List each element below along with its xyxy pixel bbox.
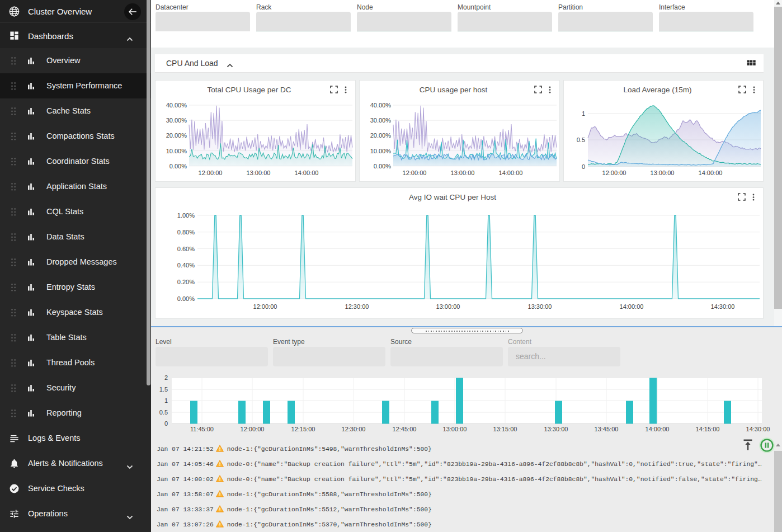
svg-text:14:00:00: 14:00:00 xyxy=(620,303,644,310)
svg-text:13:00:00: 13:00:00 xyxy=(451,170,475,176)
svg-text:12:00:00: 12:00:00 xyxy=(241,426,265,432)
svg-text:1: 1 xyxy=(164,397,168,404)
svg-text:0.5: 0.5 xyxy=(577,136,585,143)
svg-text:13:30:00: 13:30:00 xyxy=(544,426,568,432)
svg-text:14:00:00: 14:00:00 xyxy=(295,170,319,176)
svg-text:1.5: 1.5 xyxy=(159,386,168,393)
svg-text:14:00:00: 14:00:00 xyxy=(499,170,523,176)
svg-text:12:00:00: 12:00:00 xyxy=(199,170,223,176)
svg-text:0.5: 0.5 xyxy=(159,409,168,416)
svg-text:1.00%: 1.00% xyxy=(177,212,195,219)
svg-text:12:30:00: 12:30:00 xyxy=(345,303,369,310)
svg-text:12:45:00: 12:45:00 xyxy=(393,426,417,432)
svg-text:Total CPU Usage per DC: Total CPU Usage per DC xyxy=(207,86,291,94)
svg-text:14:00:00: 14:00:00 xyxy=(646,426,670,432)
svg-text:12:00:00: 12:00:00 xyxy=(253,303,277,310)
svg-text:11:45:00: 11:45:00 xyxy=(190,426,214,432)
svg-text:Load Average (15m): Load Average (15m) xyxy=(623,86,691,94)
svg-text:13:00:00: 13:00:00 xyxy=(651,170,675,176)
svg-text:1: 1 xyxy=(582,110,585,117)
svg-text:14:15:00: 14:15:00 xyxy=(696,426,720,432)
svg-text:0: 0 xyxy=(582,163,585,170)
svg-text:12:30:00: 12:30:00 xyxy=(342,426,366,432)
svg-text:Avg IO wait CPU per Host: Avg IO wait CPU per Host xyxy=(409,193,496,201)
svg-text:13:00:00: 13:00:00 xyxy=(436,303,460,310)
svg-text:CPU usage per host: CPU usage per host xyxy=(420,86,488,94)
svg-text:10.00%: 10.00% xyxy=(370,148,392,154)
svg-text:14:00:00: 14:00:00 xyxy=(699,170,723,176)
svg-text:40.00%: 40.00% xyxy=(370,102,392,109)
svg-text:0.60%: 0.60% xyxy=(177,246,195,252)
svg-text:14:30:00: 14:30:00 xyxy=(711,303,735,310)
svg-text:30.00%: 30.00% xyxy=(370,117,392,124)
svg-text:13:15:00: 13:15:00 xyxy=(493,426,517,432)
svg-text:30.00%: 30.00% xyxy=(166,117,187,124)
svg-text:0.20%: 0.20% xyxy=(177,279,195,285)
svg-text:20.00%: 20.00% xyxy=(370,132,392,139)
svg-text:0.00%: 0.00% xyxy=(374,163,391,170)
svg-text:13:00:00: 13:00:00 xyxy=(443,426,467,432)
svg-text:12:00:00: 12:00:00 xyxy=(602,170,626,176)
svg-text:2: 2 xyxy=(164,374,168,381)
svg-text:14:30:00: 14:30:00 xyxy=(746,426,770,432)
svg-text:20.00%: 20.00% xyxy=(166,132,187,139)
svg-text:0.00%: 0.00% xyxy=(169,163,187,170)
svg-text:12:15:00: 12:15:00 xyxy=(291,426,315,432)
svg-text:0.80%: 0.80% xyxy=(177,229,195,236)
svg-text:0.00%: 0.00% xyxy=(177,295,195,302)
svg-text:13:45:00: 13:45:00 xyxy=(595,426,619,432)
svg-text:12:00:00: 12:00:00 xyxy=(403,170,427,176)
svg-text:13:30:00: 13:30:00 xyxy=(528,303,552,310)
svg-text:10.00%: 10.00% xyxy=(166,148,187,154)
svg-text:0.40%: 0.40% xyxy=(177,262,195,269)
svg-text:13:00:00: 13:00:00 xyxy=(247,170,271,176)
svg-text:40.00%: 40.00% xyxy=(166,102,187,109)
svg-text:0: 0 xyxy=(164,420,168,427)
